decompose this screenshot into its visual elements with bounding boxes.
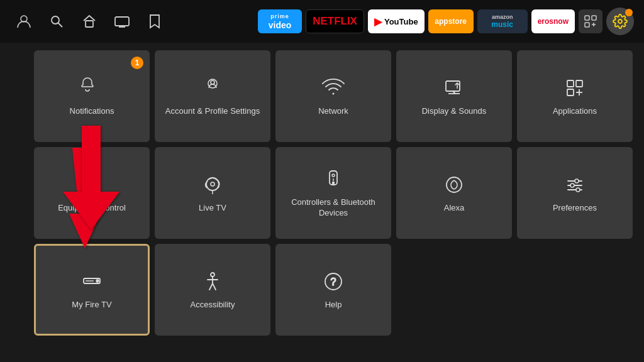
live-tv-label: Live TV xyxy=(194,203,231,214)
svg-line-2 xyxy=(58,23,63,28)
svg-point-41 xyxy=(96,280,99,282)
svg-rect-18 xyxy=(576,80,582,87)
svg-point-12 xyxy=(211,80,214,84)
equipment-control-tile[interactable]: Equipment Control xyxy=(34,147,150,239)
grid-row-1: 1 Notifications Account & Profile Settin… xyxy=(34,50,610,142)
preferences-tile[interactable]: Preferences xyxy=(517,147,633,239)
svg-point-39 xyxy=(576,188,580,192)
controllers-tile[interactable]: Controllers & Bluetooth Devices xyxy=(275,147,391,239)
netflix-app[interactable]: NETFLIX xyxy=(306,9,364,33)
alexa-tile[interactable]: Alexa xyxy=(396,147,512,239)
account-icon xyxy=(201,76,225,100)
account-label: Account & Profile Settings xyxy=(160,106,265,117)
accessibility-icon xyxy=(201,270,225,293)
preferences-icon xyxy=(563,173,587,197)
equipment-control-label: Equipment Control xyxy=(53,203,131,214)
svg-point-10 xyxy=(618,19,622,23)
my-fire-tv-label: My Fire TV xyxy=(67,300,116,310)
network-label: Network xyxy=(313,106,353,117)
network-icon xyxy=(321,76,345,100)
svg-rect-17 xyxy=(567,80,574,87)
erosnow-app[interactable]: erosnow xyxy=(531,9,575,33)
live-tv-icon xyxy=(201,173,225,197)
svg-line-47 xyxy=(213,283,216,290)
settings-notification-dot xyxy=(625,9,633,16)
preferences-label: Preferences xyxy=(548,203,602,214)
settings-icon[interactable] xyxy=(606,8,634,35)
tv-icon[interactable] xyxy=(108,8,136,35)
svg-point-1 xyxy=(52,16,59,24)
controllers-label: Controllers & Bluetooth Devices xyxy=(275,197,391,219)
notification-badge: 1 xyxy=(131,57,143,69)
bookmark-icon[interactable] xyxy=(141,8,169,35)
alexa-icon xyxy=(442,173,466,197)
svg-point-38 xyxy=(570,184,574,187)
my-fire-tv-icon xyxy=(80,270,104,293)
accessibility-tile[interactable]: Accessibility xyxy=(155,244,270,336)
equipment-control-icon xyxy=(80,173,104,197)
accessibility-label: Accessibility xyxy=(186,300,240,310)
svg-point-23 xyxy=(91,178,93,181)
controllers-icon xyxy=(321,167,345,191)
top-nav: prime video NETFLIX ▶ YouTube appstore a… xyxy=(0,0,644,43)
svg-rect-7 xyxy=(585,16,589,20)
appstore-app[interactable]: appstore xyxy=(428,9,474,33)
notifications-icon xyxy=(80,76,104,100)
svg-rect-19 xyxy=(567,89,574,96)
grid-row-3: My Fire TV Accessibility ? xyxy=(34,244,610,336)
account-tile[interactable]: Account & Profile Settings xyxy=(155,50,270,142)
svg-point-25 xyxy=(91,187,93,189)
svg-point-33 xyxy=(447,177,462,192)
search-icon[interactable] xyxy=(43,8,70,35)
applications-icon xyxy=(563,76,587,100)
notifications-label: Notifications xyxy=(65,106,119,117)
nav-apps: prime video NETFLIX ▶ YouTube appstore a… xyxy=(258,8,634,35)
display-sounds-tile[interactable]: Display & Sounds xyxy=(396,50,512,142)
network-tile[interactable]: Network xyxy=(275,50,391,142)
grid-row-2: Equipment Control Live TV xyxy=(34,147,610,239)
svg-line-46 xyxy=(209,283,213,290)
help-tile[interactable]: ? Help xyxy=(275,244,391,336)
amazon-music-app[interactable]: amazon music xyxy=(477,9,528,33)
svg-point-27 xyxy=(211,182,214,186)
home-icon[interactable] xyxy=(75,8,103,35)
svg-point-37 xyxy=(575,179,579,183)
profile-icon[interactable] xyxy=(10,8,38,35)
display-sounds-label: Display & Sounds xyxy=(417,106,492,117)
svg-point-30 xyxy=(332,174,335,177)
settings-grid: 1 Notifications Account & Profile Settin… xyxy=(0,43,644,343)
svg-rect-8 xyxy=(592,16,596,20)
applications-label: Applications xyxy=(548,106,602,117)
help-label: Help xyxy=(320,300,347,310)
svg-rect-4 xyxy=(115,17,129,26)
svg-rect-9 xyxy=(585,23,589,27)
my-fire-tv-tile[interactable]: My Fire TV xyxy=(34,244,150,336)
svg-point-32 xyxy=(333,182,335,184)
notifications-tile[interactable]: 1 Notifications xyxy=(34,50,150,142)
svg-rect-3 xyxy=(86,21,93,27)
youtube-app[interactable]: ▶ YouTube xyxy=(368,9,425,33)
svg-text:?: ? xyxy=(331,277,336,287)
apps-grid-icon[interactable] xyxy=(579,9,602,33)
display-sounds-icon xyxy=(442,76,466,100)
help-icon: ? xyxy=(321,270,345,293)
prime-video-app[interactable]: prime video xyxy=(258,9,302,33)
alexa-label: Alexa xyxy=(439,203,470,214)
live-tv-tile[interactable]: Live TV xyxy=(155,147,270,239)
applications-tile[interactable]: Applications xyxy=(517,50,633,142)
